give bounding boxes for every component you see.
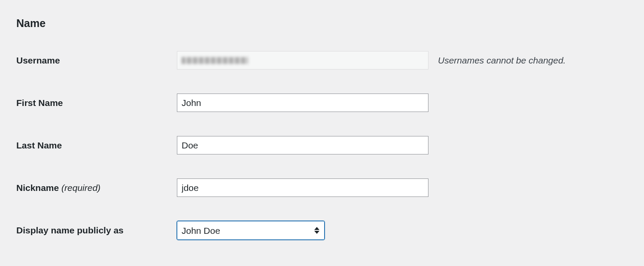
section-heading: Name [16,17,628,30]
label-username: Username [16,55,177,66]
nickname-field[interactable] [177,178,428,197]
username-field [177,51,428,70]
row-nickname: Nickname (required) [16,178,628,197]
label-display-name: Display name publicly as [16,225,177,236]
label-first-name: First Name [16,98,177,108]
label-nickname-required: (required) [61,183,100,193]
first-name-field[interactable] [177,94,428,112]
row-first-name: First Name [16,94,628,112]
row-display-name: Display name publicly as John Doe [16,221,628,240]
display-name-select[interactable]: John Doe [177,221,325,240]
last-name-field[interactable] [177,136,428,154]
label-last-name: Last Name [16,140,177,151]
label-nickname-text: Nickname [16,183,59,193]
username-value-redacted [182,57,248,64]
label-nickname: Nickname (required) [16,183,177,193]
username-description: Usernames cannot be changed. [438,55,566,66]
row-username: Username Usernames cannot be changed. [16,51,628,70]
row-last-name: Last Name [16,136,628,154]
